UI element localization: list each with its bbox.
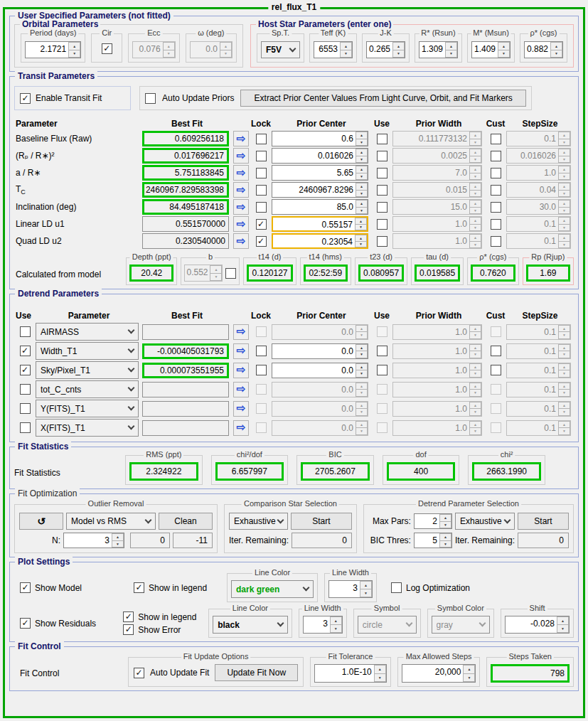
copy-best-fit-to-prior-button[interactable]: ⇨ xyxy=(233,182,249,198)
spinner-arrows[interactable] xyxy=(439,514,451,528)
step-size-spinner[interactable]: 0.1 xyxy=(506,420,571,436)
use-prior-checkbox[interactable] xyxy=(377,326,387,337)
prior-center-spinner[interactable]: 2460967.8296 xyxy=(272,182,368,198)
prior-width-spinner[interactable]: 1.0 xyxy=(392,363,482,378)
spinner-arrows[interactable] xyxy=(558,421,570,435)
max-allowed-steps-spinner[interactable]: 20,000 xyxy=(402,664,476,683)
lock-checkbox[interactable] xyxy=(256,346,267,356)
spinner-arrows[interactable] xyxy=(558,234,570,248)
spinner-arrows[interactable] xyxy=(558,383,570,397)
copy-best-fit-to-prior-button[interactable]: ⇨ xyxy=(233,363,249,378)
prior-center-spinner[interactable]: 0.016026 xyxy=(272,148,368,164)
spinner-arrows[interactable] xyxy=(356,183,368,197)
outlier-method-dropdown[interactable]: Model vs RMS xyxy=(66,513,156,530)
prior-center-spinner[interactable]: 0.0 xyxy=(272,420,368,436)
detrend-parameter-dropdown[interactable]: tot_C_cnts xyxy=(36,380,139,398)
jk-spinner[interactable]: 0.265 xyxy=(366,41,405,58)
cust-checkbox[interactable] xyxy=(491,185,501,196)
cust-checkbox[interactable] xyxy=(491,134,501,144)
detrend-parameter-dropdown[interactable]: Y(FITS)_T1 xyxy=(36,400,139,417)
cust-checkbox[interactable] xyxy=(491,346,501,356)
lock-checkbox[interactable] xyxy=(256,365,267,375)
show-error-checkbox[interactable] xyxy=(123,624,134,635)
prior-width-spinner[interactable]: 1.0 xyxy=(392,324,482,340)
use-detrend-checkbox[interactable] xyxy=(20,365,31,375)
lock-checkbox[interactable] xyxy=(256,202,267,213)
prior-width-spinner[interactable]: 0.111773132 xyxy=(392,131,482,146)
prior-width-spinner[interactable]: 15.0 xyxy=(392,199,482,215)
spinner-arrows[interactable] xyxy=(356,149,368,163)
spinner-arrows[interactable] xyxy=(355,218,367,230)
symbol-color-dropdown[interactable]: gray xyxy=(432,616,491,634)
model-line-color-dropdown[interactable]: dark green xyxy=(231,580,314,598)
spinner-arrows[interactable] xyxy=(469,363,481,378)
copy-best-fit-to-prior-button[interactable]: ⇨ xyxy=(233,324,249,340)
lock-checkbox[interactable] xyxy=(256,384,267,395)
spinner-arrows[interactable] xyxy=(469,344,481,358)
use-prior-checkbox[interactable] xyxy=(377,168,387,178)
cust-checkbox[interactable] xyxy=(491,365,501,375)
cust-checkbox[interactable] xyxy=(491,219,501,230)
b-spinner[interactable]: 0.552 xyxy=(184,265,223,282)
prior-width-spinner[interactable]: 1.0 xyxy=(392,233,482,249)
spinner-arrows[interactable] xyxy=(445,42,457,58)
spinner-arrows[interactable] xyxy=(558,183,570,197)
use-prior-checkbox[interactable] xyxy=(377,422,387,433)
cust-checkbox[interactable] xyxy=(491,326,501,337)
spinner-arrows[interactable] xyxy=(356,132,368,146)
step-size-spinner[interactable]: 0.1 xyxy=(506,216,571,232)
lock-checkbox[interactable] xyxy=(256,151,267,161)
spinner-arrows[interactable] xyxy=(558,344,570,358)
update-fit-now-button[interactable]: Update Fit Now xyxy=(215,664,298,681)
prior-center-spinner[interactable]: 0.0 xyxy=(272,343,368,359)
extract-prior-values-button[interactable]: Extract Prior Center Values From Light C… xyxy=(240,90,526,107)
prior-center-spinner[interactable]: 0.0 xyxy=(272,382,368,397)
step-size-spinner[interactable]: 0.04 xyxy=(506,182,571,198)
use-prior-checkbox[interactable] xyxy=(377,151,387,161)
use-detrend-checkbox[interactable] xyxy=(20,422,31,433)
spinner-arrows[interactable] xyxy=(356,166,368,180)
copy-best-fit-to-prior-button[interactable]: ⇨ xyxy=(233,382,249,397)
spinner-arrows[interactable] xyxy=(469,421,481,435)
spinner-arrows[interactable] xyxy=(469,200,481,214)
detrend-selection-start-button[interactable]: Start xyxy=(518,513,569,530)
cust-checkbox[interactable] xyxy=(491,168,501,178)
copy-best-fit-to-prior-button[interactable]: ⇨ xyxy=(233,401,249,417)
use-prior-checkbox[interactable] xyxy=(377,236,387,247)
auto-update-priors-checkbox[interactable] xyxy=(145,93,156,104)
prior-center-spinner[interactable]: 0.23054 xyxy=(272,233,368,249)
copy-best-fit-to-prior-button[interactable]: ⇨ xyxy=(233,420,249,436)
spinner-arrows[interactable] xyxy=(558,132,570,146)
spinner-arrows[interactable] xyxy=(356,325,368,339)
copy-best-fit-to-prior-button[interactable]: ⇨ xyxy=(233,131,249,146)
spinner-arrows[interactable] xyxy=(356,402,368,416)
model-show-in-legend-checkbox[interactable] xyxy=(134,582,144,593)
copy-best-fit-to-prior-button[interactable]: ⇨ xyxy=(233,148,249,164)
detrend-parameter-dropdown[interactable]: Width_T1 xyxy=(36,342,139,360)
cust-checkbox[interactable] xyxy=(491,202,501,213)
spinner-arrows[interactable] xyxy=(558,217,570,231)
use-detrend-checkbox[interactable] xyxy=(20,346,31,356)
mstar-spinner[interactable]: 1.409 xyxy=(471,41,511,58)
copy-best-fit-to-prior-button[interactable]: ⇨ xyxy=(233,199,249,215)
spectral-type-dropdown[interactable]: F5V xyxy=(261,41,300,58)
prior-center-spinner[interactable]: 0.0 xyxy=(272,324,368,340)
spinner-arrows[interactable] xyxy=(469,383,481,397)
use-prior-checkbox[interactable] xyxy=(377,134,387,144)
spinner-arrows[interactable] xyxy=(469,132,481,146)
use-detrend-checkbox[interactable] xyxy=(20,384,31,395)
prior-width-spinner[interactable]: 7.0 xyxy=(392,165,482,181)
spinner-arrows[interactable] xyxy=(469,166,481,180)
use-prior-checkbox[interactable] xyxy=(377,384,387,395)
show-residuals-checkbox[interactable] xyxy=(20,618,31,629)
b-lock-checkbox[interactable] xyxy=(225,268,236,279)
circular-orbit-checkbox[interactable] xyxy=(102,43,112,54)
copy-best-fit-to-prior-button[interactable]: ⇨ xyxy=(233,216,249,232)
cust-checkbox[interactable] xyxy=(491,384,501,395)
spinner-arrows[interactable] xyxy=(112,533,124,548)
log-optimization-checkbox[interactable] xyxy=(391,582,402,593)
ecc-spinner[interactable]: 0.076 xyxy=(132,41,175,58)
residuals-line-width-spinner[interactable]: 3 xyxy=(303,616,343,634)
fit-tolerance-spinner[interactable]: 1.0E-10 xyxy=(314,664,387,683)
prior-width-spinner[interactable]: 1.0 xyxy=(392,382,482,397)
